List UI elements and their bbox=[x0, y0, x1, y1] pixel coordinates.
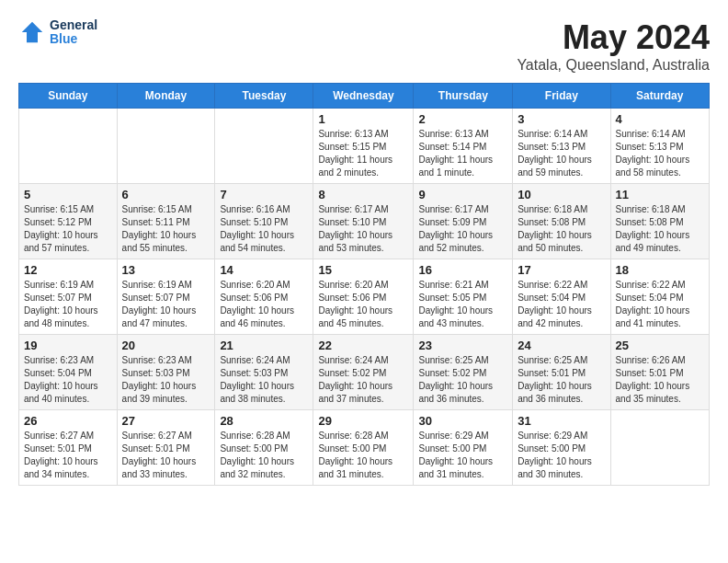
day-info: Sunrise: 6:20 AMSunset: 5:06 PMDaylight:… bbox=[220, 279, 308, 330]
calendar-cell: 5Sunrise: 6:15 AMSunset: 5:12 PMDaylight… bbox=[19, 184, 118, 259]
day-number: 1 bbox=[318, 112, 408, 126]
calendar-body: 1Sunrise: 6:13 AMSunset: 5:15 PMDaylight… bbox=[19, 109, 710, 486]
day-number: 4 bbox=[616, 112, 704, 126]
weekday-header-monday: Monday bbox=[117, 84, 215, 109]
logo-line1: General bbox=[50, 18, 97, 32]
day-number: 27 bbox=[122, 414, 210, 428]
day-info: Sunrise: 6:18 AMSunset: 5:08 PMDaylight:… bbox=[518, 203, 605, 255]
calendar-cell: 16Sunrise: 6:21 AMSunset: 5:05 PMDayligh… bbox=[414, 259, 513, 335]
day-number: 22 bbox=[318, 339, 408, 352]
day-number: 14 bbox=[220, 263, 308, 277]
day-info: Sunrise: 6:29 AMSunset: 5:00 PMDaylight:… bbox=[518, 430, 605, 481]
calendar-cell: 10Sunrise: 6:18 AMSunset: 5:08 PMDayligh… bbox=[513, 184, 610, 259]
day-info: Sunrise: 6:18 AMSunset: 5:08 PMDaylight:… bbox=[616, 203, 704, 255]
day-info: Sunrise: 6:27 AMSunset: 5:01 PMDaylight:… bbox=[122, 430, 210, 481]
calendar-week-row: 5Sunrise: 6:15 AMSunset: 5:12 PMDaylight… bbox=[19, 184, 710, 259]
day-number: 20 bbox=[122, 339, 210, 352]
calendar-cell: 21Sunrise: 6:24 AMSunset: 5:03 PMDayligh… bbox=[215, 335, 313, 410]
title-section: May 2024 Yatala, Queensland, Australia bbox=[517, 18, 710, 74]
day-info: Sunrise: 6:24 AMSunset: 5:03 PMDaylight:… bbox=[220, 354, 308, 406]
calendar-header: SundayMondayTuesdayWednesdayThursdayFrid… bbox=[19, 84, 710, 109]
day-info: Sunrise: 6:14 AMSunset: 5:13 PMDaylight:… bbox=[616, 128, 704, 179]
day-number: 12 bbox=[24, 263, 112, 277]
day-info: Sunrise: 6:17 AMSunset: 5:09 PMDaylight:… bbox=[418, 203, 507, 255]
day-info: Sunrise: 6:22 AMSunset: 5:04 PMDaylight:… bbox=[616, 279, 704, 330]
day-number: 6 bbox=[122, 188, 210, 201]
day-info: Sunrise: 6:24 AMSunset: 5:02 PMDaylight:… bbox=[318, 354, 408, 406]
day-info: Sunrise: 6:23 AMSunset: 5:03 PMDaylight:… bbox=[122, 354, 210, 406]
calendar-week-row: 26Sunrise: 6:27 AMSunset: 5:01 PMDayligh… bbox=[19, 410, 710, 486]
calendar-cell: 20Sunrise: 6:23 AMSunset: 5:03 PMDayligh… bbox=[117, 335, 215, 410]
calendar-cell: 12Sunrise: 6:19 AMSunset: 5:07 PMDayligh… bbox=[19, 259, 118, 335]
day-info: Sunrise: 6:19 AMSunset: 5:07 PMDaylight:… bbox=[24, 279, 112, 330]
page-header: General Blue May 2024 Yatala, Queensland… bbox=[18, 18, 710, 74]
calendar-cell: 1Sunrise: 6:13 AMSunset: 5:15 PMDaylight… bbox=[313, 109, 414, 184]
day-number: 13 bbox=[122, 263, 210, 277]
weekday-header-friday: Friday bbox=[513, 84, 610, 109]
day-info: Sunrise: 6:21 AMSunset: 5:05 PMDaylight:… bbox=[418, 279, 507, 330]
calendar-cell: 8Sunrise: 6:17 AMSunset: 5:10 PMDaylight… bbox=[313, 184, 414, 259]
calendar-cell: 29Sunrise: 6:28 AMSunset: 5:00 PMDayligh… bbox=[313, 410, 414, 486]
weekday-header-row: SundayMondayTuesdayWednesdayThursdayFrid… bbox=[19, 84, 710, 109]
day-number: 3 bbox=[518, 112, 605, 126]
calendar-cell: 9Sunrise: 6:17 AMSunset: 5:09 PMDaylight… bbox=[414, 184, 513, 259]
location: Yatala, Queensland, Australia bbox=[517, 57, 710, 74]
weekday-header-wednesday: Wednesday bbox=[313, 84, 414, 109]
day-info: Sunrise: 6:26 AMSunset: 5:01 PMDaylight:… bbox=[616, 354, 704, 406]
calendar-cell: 18Sunrise: 6:22 AMSunset: 5:04 PMDayligh… bbox=[610, 259, 709, 335]
calendar-cell: 13Sunrise: 6:19 AMSunset: 5:07 PMDayligh… bbox=[117, 259, 215, 335]
day-info: Sunrise: 6:14 AMSunset: 5:13 PMDaylight:… bbox=[518, 128, 605, 179]
day-number: 8 bbox=[318, 188, 408, 201]
calendar-cell: 31Sunrise: 6:29 AMSunset: 5:00 PMDayligh… bbox=[513, 410, 610, 486]
day-info: Sunrise: 6:22 AMSunset: 5:04 PMDaylight:… bbox=[518, 279, 605, 330]
logo-line2: Blue bbox=[50, 32, 97, 46]
calendar-week-row: 12Sunrise: 6:19 AMSunset: 5:07 PMDayligh… bbox=[19, 259, 710, 335]
calendar-cell: 3Sunrise: 6:14 AMSunset: 5:13 PMDaylight… bbox=[513, 109, 610, 184]
calendar-cell: 19Sunrise: 6:23 AMSunset: 5:04 PMDayligh… bbox=[19, 335, 118, 410]
day-number: 9 bbox=[418, 188, 507, 201]
weekday-header-saturday: Saturday bbox=[610, 84, 709, 109]
day-number: 29 bbox=[318, 414, 408, 428]
day-info: Sunrise: 6:29 AMSunset: 5:00 PMDaylight:… bbox=[418, 430, 507, 481]
day-number: 16 bbox=[418, 263, 507, 277]
svg-marker-0 bbox=[22, 22, 43, 43]
weekday-header-sunday: Sunday bbox=[19, 84, 118, 109]
day-number: 7 bbox=[220, 188, 308, 201]
calendar-cell: 27Sunrise: 6:27 AMSunset: 5:01 PMDayligh… bbox=[117, 410, 215, 486]
day-info: Sunrise: 6:15 AMSunset: 5:12 PMDaylight:… bbox=[24, 203, 112, 255]
day-info: Sunrise: 6:20 AMSunset: 5:06 PMDaylight:… bbox=[318, 279, 408, 330]
day-info: Sunrise: 6:16 AMSunset: 5:10 PMDaylight:… bbox=[220, 203, 308, 255]
day-number: 19 bbox=[24, 339, 112, 352]
day-number: 17 bbox=[518, 263, 605, 277]
calendar-cell: 25Sunrise: 6:26 AMSunset: 5:01 PMDayligh… bbox=[610, 335, 709, 410]
calendar-week-row: 19Sunrise: 6:23 AMSunset: 5:04 PMDayligh… bbox=[19, 335, 710, 410]
logo: General Blue bbox=[18, 18, 97, 47]
day-number: 2 bbox=[418, 112, 507, 126]
calendar-cell: 24Sunrise: 6:25 AMSunset: 5:01 PMDayligh… bbox=[513, 335, 610, 410]
day-info: Sunrise: 6:13 AMSunset: 5:15 PMDaylight:… bbox=[318, 128, 408, 179]
day-info: Sunrise: 6:17 AMSunset: 5:10 PMDaylight:… bbox=[318, 203, 408, 255]
logo-icon bbox=[18, 18, 46, 46]
day-number: 21 bbox=[220, 339, 308, 352]
day-number: 30 bbox=[418, 414, 507, 428]
day-number: 31 bbox=[518, 414, 605, 428]
day-info: Sunrise: 6:13 AMSunset: 5:14 PMDaylight:… bbox=[418, 128, 507, 179]
day-info: Sunrise: 6:15 AMSunset: 5:11 PMDaylight:… bbox=[122, 203, 210, 255]
calendar-cell: 6Sunrise: 6:15 AMSunset: 5:11 PMDaylight… bbox=[117, 184, 215, 259]
day-number: 18 bbox=[616, 263, 704, 277]
day-number: 11 bbox=[616, 188, 704, 201]
calendar-cell: 7Sunrise: 6:16 AMSunset: 5:10 PMDaylight… bbox=[215, 184, 313, 259]
day-number: 24 bbox=[518, 339, 605, 352]
day-info: Sunrise: 6:25 AMSunset: 5:01 PMDaylight:… bbox=[518, 354, 605, 406]
calendar-cell bbox=[19, 109, 118, 184]
day-info: Sunrise: 6:25 AMSunset: 5:02 PMDaylight:… bbox=[418, 354, 507, 406]
calendar-table: SundayMondayTuesdayWednesdayThursdayFrid… bbox=[18, 83, 710, 486]
weekday-header-thursday: Thursday bbox=[414, 84, 513, 109]
calendar-cell: 15Sunrise: 6:20 AMSunset: 5:06 PMDayligh… bbox=[313, 259, 414, 335]
day-number: 28 bbox=[220, 414, 308, 428]
calendar-cell: 11Sunrise: 6:18 AMSunset: 5:08 PMDayligh… bbox=[610, 184, 709, 259]
day-number: 15 bbox=[318, 263, 408, 277]
calendar-cell: 30Sunrise: 6:29 AMSunset: 5:00 PMDayligh… bbox=[414, 410, 513, 486]
calendar-cell bbox=[117, 109, 215, 184]
logo-text: General Blue bbox=[50, 18, 97, 47]
